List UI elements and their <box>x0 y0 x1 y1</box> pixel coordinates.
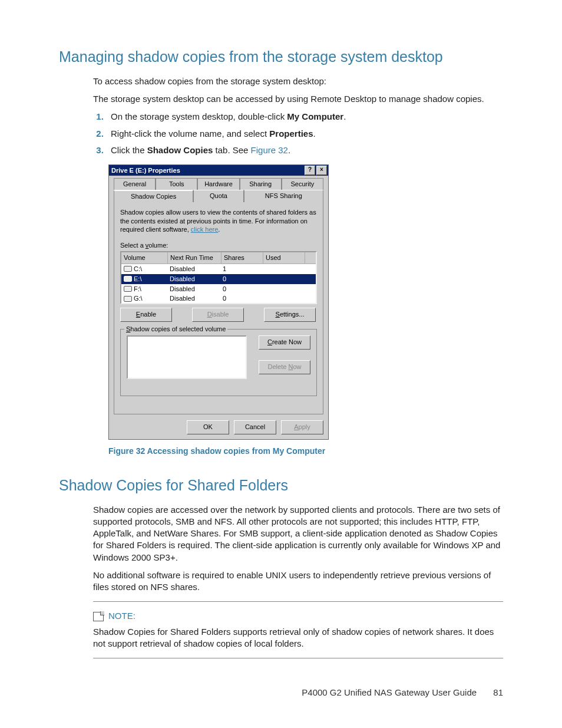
volume-list[interactable]: Volume Next Run Time Shares Used C:\ Dis… <box>120 251 317 304</box>
tab-sharing[interactable]: Sharing <box>240 178 282 190</box>
footer-page-number: 81 <box>493 687 503 697</box>
dialog-title: Drive E (E:) Properties <box>111 166 180 175</box>
close-button[interactable]: × <box>316 166 327 175</box>
steps-list: On the storage system desktop, double-cl… <box>93 111 503 156</box>
note-header: NOTE: <box>93 610 503 622</box>
click-here-link[interactable]: click here <box>191 226 218 233</box>
tab-row-1: General Tools Hardware Sharing Security <box>114 178 323 190</box>
create-now-button[interactable]: Create Now <box>259 335 310 350</box>
ok-button[interactable]: OK <box>187 420 229 434</box>
note-icon <box>93 612 104 621</box>
disk-icon <box>124 266 132 272</box>
delete-now-button[interactable]: Delete Now <box>259 360 310 374</box>
enable-button[interactable]: Enable <box>120 308 172 322</box>
volume-list-header: Volume Next Run Time Shares Used <box>121 252 316 264</box>
dialog-titlebar: Drive E (E:) Properties ? × <box>109 165 328 176</box>
step3-bold: Shadow Copies <box>147 145 213 155</box>
section1-p1: To access shadow copies from the storage… <box>93 75 503 87</box>
shadow-copies-groupbox: Shadow copies of selected volume Create … <box>120 329 317 396</box>
page-footer: P4000 G2 Unified NAS Gateway User Guide … <box>302 687 503 699</box>
figure-32-link[interactable]: Figure 32 <box>251 145 288 155</box>
step3-d: . <box>288 145 290 155</box>
step1-a: On the storage system desktop, double-cl… <box>111 111 287 121</box>
disable-button[interactable]: Disable <box>192 308 244 322</box>
disk-icon <box>124 286 132 292</box>
tab-general[interactable]: General <box>114 178 156 190</box>
note-label: NOTE: <box>108 610 135 622</box>
cancel-button[interactable]: Cancel <box>234 420 276 434</box>
volume-buttons: Enable Disable Settings... <box>120 308 317 322</box>
volume-row[interactable]: G:\ Disabled 0 <box>121 294 316 304</box>
settings-button[interactable]: Settings... <box>264 308 316 322</box>
intro-end: . <box>218 226 220 233</box>
step-3: Click the Shadow Copies tab. See Figure … <box>106 144 503 156</box>
footer-doc-title: P4000 G2 Unified NAS Gateway User Guide <box>302 687 477 697</box>
divider <box>93 658 503 658</box>
section1-body: To access shadow copies from the storage… <box>93 75 503 156</box>
select-volume-label: Select a volume: <box>120 241 317 250</box>
step2-c: . <box>313 129 316 139</box>
step-2: Right-click the volume name, and select … <box>106 128 503 140</box>
groupbox-legend: Shadow copies of selected volume <box>124 325 227 334</box>
properties-dialog: Drive E (E:) Properties ? × General Tool… <box>108 164 329 440</box>
disk-icon <box>124 296 132 302</box>
section1-title: Managing shadow copies from the storage … <box>59 47 503 67</box>
col-shares: Shares <box>222 252 263 263</box>
volume-row[interactable]: E:\ Disabled 0 <box>121 274 316 284</box>
tab-panel: Shadow copies allow users to view the co… <box>114 202 323 414</box>
tab-row-2: Shadow Copies Quota NFS Sharing <box>114 190 323 202</box>
section2-p1: Shadow copies are accessed over the netw… <box>93 504 503 564</box>
tab-nfs-sharing[interactable]: NFS Sharing <box>244 190 323 202</box>
section2-title: Shadow Copies for Shared Folders <box>59 476 503 496</box>
step-1: On the storage system desktop, double-cl… <box>106 111 503 123</box>
disk-icon <box>124 276 132 282</box>
col-used: Used <box>263 252 305 263</box>
help-button[interactable]: ? <box>305 166 315 175</box>
col-next-run-time: Next Run Time <box>168 252 222 263</box>
section2-p2: No additional software is required to en… <box>93 569 503 594</box>
intro-text: Shadow copies allow users to view the co… <box>120 208 317 235</box>
volume-row[interactable]: F:\ Disabled 0 <box>121 284 316 294</box>
step1-bold: My Computer <box>287 111 343 121</box>
section2-body: Shadow copies are accessed over the netw… <box>93 504 503 659</box>
step3-a: Click the <box>111 145 147 155</box>
shadow-copies-list[interactable] <box>127 335 247 379</box>
dialog-footer: OK Cancel Apply <box>114 420 323 434</box>
divider <box>93 601 503 602</box>
step3-c: tab. See <box>213 145 250 155</box>
step2-bold: Properties <box>269 129 313 139</box>
volume-row[interactable]: C:\ Disabled 1 <box>121 264 316 274</box>
tab-tools[interactable]: Tools <box>156 178 197 190</box>
tab-shadow-copies[interactable]: Shadow Copies <box>114 190 193 202</box>
apply-button[interactable]: Apply <box>281 420 323 434</box>
tab-security[interactable]: Security <box>282 178 323 190</box>
step1-c: . <box>343 111 346 121</box>
section1-p2: The storage system desktop can be access… <box>93 93 503 105</box>
tab-hardware[interactable]: Hardware <box>197 178 239 190</box>
note-text: Shadow Copies for Shared Folders support… <box>93 626 503 650</box>
step2-a: Right-click the volume name, and select <box>111 129 269 139</box>
col-volume: Volume <box>121 252 168 263</box>
figure-caption: Figure 32 Accessing shadow copies from M… <box>108 446 503 457</box>
tab-quota[interactable]: Quota <box>193 190 243 202</box>
